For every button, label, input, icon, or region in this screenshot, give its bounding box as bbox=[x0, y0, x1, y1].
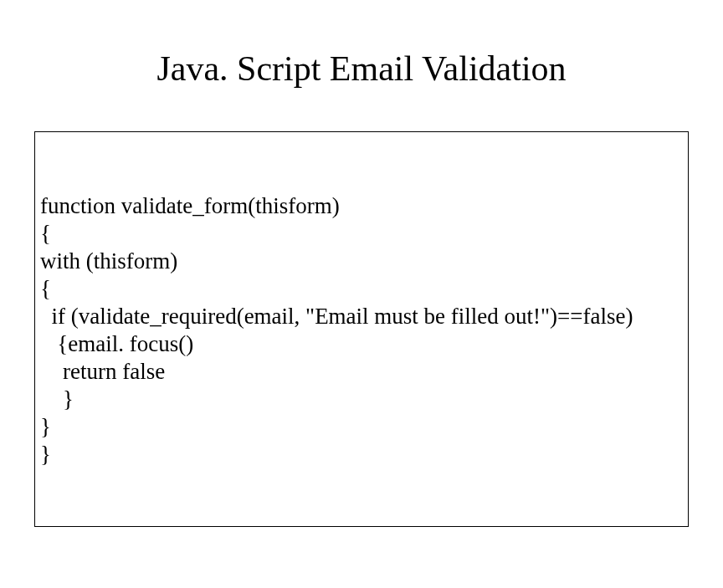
code-line: { bbox=[40, 220, 688, 248]
code-line: } bbox=[40, 386, 688, 413]
code-line: function validate_form(thisform) bbox=[40, 192, 688, 220]
code-line: } bbox=[40, 441, 688, 468]
slide-title: Java. Script Email Validation bbox=[0, 49, 723, 89]
code-line: return false bbox=[40, 358, 688, 386]
code-line: if (validate_required(email, "Email must… bbox=[40, 303, 688, 330]
code-line: with (thisform) bbox=[40, 248, 688, 275]
code-box: function validate_form(thisform) { with … bbox=[34, 131, 689, 527]
code-line: } bbox=[40, 413, 688, 441]
code-line: {email. focus() bbox=[40, 330, 688, 358]
code-line: { bbox=[40, 275, 688, 303]
slide: Java. Script Email Validation function v… bbox=[0, 0, 723, 588]
